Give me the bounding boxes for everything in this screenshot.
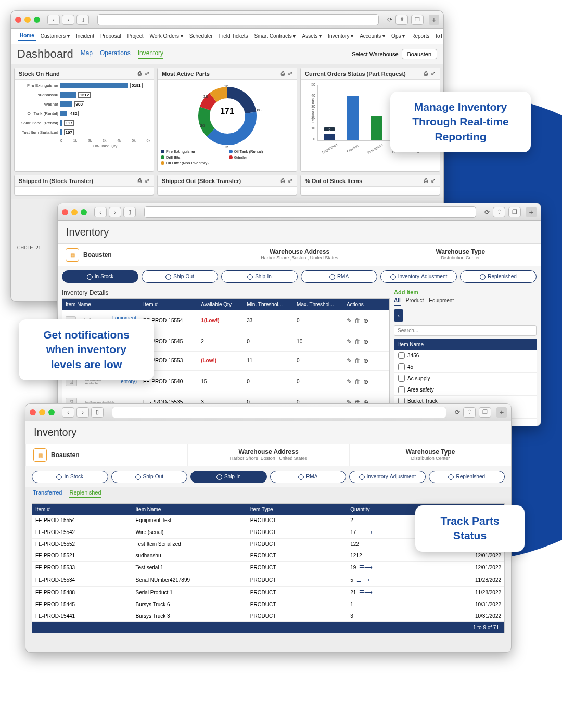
dashboard-tab[interactable]: Operations	[100, 49, 131, 59]
table-row[interactable]: FE-PROD-15534Serial NUmber4217899PRODUCT…	[32, 574, 504, 587]
filter-tab[interactable]: Equipment	[429, 297, 454, 306]
reload-icon[interactable]: ⟳	[484, 209, 490, 216]
filter-tab[interactable]: Product	[406, 297, 424, 306]
inv-tab-ship-in[interactable]: Ship-In	[190, 471, 267, 483]
minimize-icon[interactable]	[39, 409, 45, 415]
dashboard-tab[interactable]: Inventory	[138, 49, 163, 59]
add-icon[interactable]: ⊕	[363, 338, 368, 345]
nav-item[interactable]: Field Tickets	[217, 32, 250, 41]
table-row[interactable]: FE-PROD-15533Test serial 1PRODUCT19☰⟶12/…	[32, 562, 504, 574]
export-icon[interactable]: ⎙	[281, 177, 285, 184]
nav-item[interactable]: Work Orders ▾	[148, 32, 185, 41]
nav-item[interactable]: Inventory ▾	[326, 32, 355, 41]
inv-tab-inventory-adjustment[interactable]: Inventory-Adjustment	[380, 270, 457, 283]
nav-fwd-icon[interactable]: ›	[109, 207, 121, 217]
item-checkbox[interactable]	[398, 375, 405, 382]
add-item-link[interactable]: Add Item	[394, 289, 537, 295]
expand-icon[interactable]: ⤢	[431, 70, 436, 77]
sub-tab[interactable]: Replenished	[69, 489, 101, 498]
nav-item[interactable]: Ops ▾	[389, 32, 407, 41]
table-row[interactable]: FE-PROD-15445Bursys Truck 6PRODUCT110/31…	[32, 599, 504, 610]
nav-back-icon[interactable]: ‹	[94, 207, 107, 217]
inv-tab-replenished[interactable]: Replenished	[429, 471, 505, 483]
add-icon[interactable]: ⊕	[363, 378, 368, 385]
export-icon[interactable]: ⎙	[138, 177, 142, 184]
sidebar-toggle-icon[interactable]: ▯	[76, 15, 89, 25]
add-icon[interactable]: ⊕	[363, 317, 368, 324]
close-icon[interactable]	[15, 17, 21, 23]
item-checkbox[interactable]	[398, 386, 405, 393]
edit-icon[interactable]: ✎	[347, 357, 352, 365]
item-checkbox[interactable]	[398, 352, 405, 359]
edit-icon[interactable]: ✎	[347, 317, 352, 324]
url-bar[interactable]	[97, 14, 379, 25]
close-icon[interactable]	[62, 209, 68, 215]
inv-tab-in-stock[interactable]: In-Stock	[62, 270, 138, 283]
nav-item[interactable]: Reports	[409, 32, 431, 41]
nav-item[interactable]: IoT	[433, 32, 444, 41]
item-row[interactable]: Area safety	[394, 384, 537, 396]
sidebar-toggle-icon[interactable]: ▯	[123, 207, 136, 217]
inv-tab-rma[interactable]: RMA	[270, 471, 347, 483]
nav-back-icon[interactable]: ‹	[47, 15, 60, 25]
export-icon[interactable]: ⎙	[424, 177, 428, 184]
minimize-icon[interactable]	[24, 17, 31, 23]
expand-icon[interactable]: ⤢	[288, 177, 292, 184]
expand-icon[interactable]: ⤢	[145, 70, 149, 77]
tabs-icon[interactable]: ❐	[508, 207, 521, 217]
item-row[interactable]: Ac supply	[394, 373, 537, 384]
inv-tab-ship-out[interactable]: Ship-Out	[142, 270, 218, 283]
share-icon[interactable]: ⇪	[493, 207, 505, 217]
edit-icon[interactable]: ✎	[347, 338, 352, 345]
warehouse-dropdown[interactable]: Boausten	[402, 49, 437, 59]
new-tab-icon[interactable]: +	[429, 15, 439, 25]
search-input[interactable]	[394, 325, 537, 336]
expand-icon[interactable]: ⤢	[431, 177, 436, 184]
expand-icon[interactable]: ⤢	[145, 177, 149, 184]
add-icon[interactable]: ⊕	[363, 357, 368, 365]
maximize-icon[interactable]	[34, 17, 40, 23]
export-icon[interactable]: ⎙	[281, 70, 285, 77]
nav-item[interactable]: Proposal	[98, 32, 123, 41]
inv-tab-ship-out[interactable]: Ship-Out	[111, 471, 188, 483]
inv-tab-ship-in[interactable]: Ship-In	[221, 270, 298, 283]
nav-item[interactable]: Scheduler	[187, 32, 215, 41]
url-bar[interactable]	[112, 407, 446, 418]
reload-icon[interactable]: ⟳	[387, 16, 392, 23]
expand-icon[interactable]: ⤢	[288, 70, 292, 77]
share-icon[interactable]: ⇪	[463, 407, 476, 418]
nav-back-icon[interactable]: ‹	[62, 407, 74, 418]
url-bar[interactable]	[144, 206, 476, 218]
export-icon[interactable]: ⎙	[138, 70, 142, 77]
reload-icon[interactable]: ⟳	[455, 409, 460, 416]
new-tab-icon[interactable]: +	[496, 407, 507, 418]
table-row[interactable]: FE-PROD-15521sudhanshuPRODUCT121212/01/2…	[32, 550, 504, 562]
sub-tab[interactable]: Transferred	[33, 489, 62, 498]
nav-item[interactable]: Smart Contracts ▾	[252, 32, 298, 41]
nav-item[interactable]: Incident	[74, 32, 96, 41]
nav-item[interactable]: Assets ▾	[300, 32, 324, 41]
filter-tab[interactable]: All	[394, 297, 401, 306]
export-icon[interactable]: ⎙	[424, 70, 428, 77]
tabs-icon[interactable]: ❐	[479, 407, 491, 418]
inv-tab-replenished[interactable]: Replenished	[460, 270, 537, 283]
delete-icon[interactable]: 🗑	[354, 338, 361, 345]
inv-tab-in-stock[interactable]: In-Stock	[32, 471, 108, 483]
table-row[interactable]: FE-PROD-15488Serial Product 1PRODUCT21☰⟶…	[32, 587, 504, 599]
delete-icon[interactable]: 🗑	[354, 317, 361, 324]
collapse-icon[interactable]: ›	[394, 309, 403, 322]
inv-tab-rma[interactable]: RMA	[301, 270, 377, 283]
item-row[interactable]: 3456	[394, 350, 537, 361]
item-checkbox[interactable]	[398, 363, 405, 370]
share-icon[interactable]: ⇪	[395, 15, 408, 25]
maximize-icon[interactable]	[48, 409, 55, 415]
new-tab-icon[interactable]: +	[526, 207, 537, 217]
minimize-icon[interactable]	[71, 209, 78, 215]
nav-item[interactable]: Accounts ▾	[357, 32, 387, 41]
dashboard-tab[interactable]: Map	[81, 49, 93, 59]
table-row[interactable]: FE-PROD-15441Bursys Truck 3PRODUCT310/31…	[32, 610, 504, 622]
edit-icon[interactable]: ✎	[347, 378, 352, 385]
tabs-icon[interactable]: ❐	[411, 15, 424, 25]
nav-item[interactable]: Home	[18, 31, 36, 41]
maximize-icon[interactable]	[81, 209, 87, 215]
